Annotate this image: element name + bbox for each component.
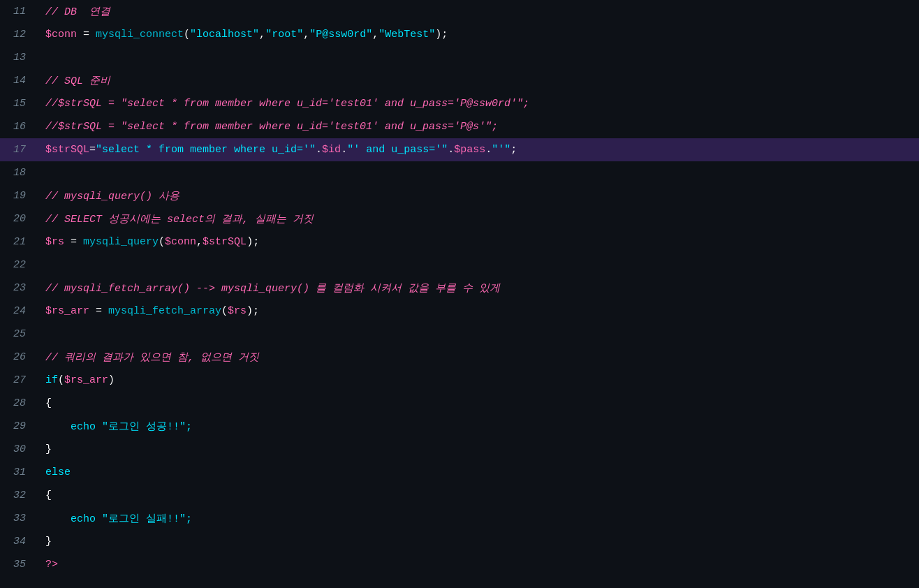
line-content: // SELECT 성공시에는 select의 결과, 실패는 거짓: [38, 212, 919, 226]
comment-token: // 쿼리의 결과가 있으면 참, 없으면 거짓: [45, 352, 259, 364]
comment-token: // SELECT 성공시에는 select의 결과, 실패는 거짓: [45, 214, 314, 226]
code-line-13: 13: [0, 46, 919, 69]
line-content: echo "로그인 성공!!";: [38, 420, 919, 433]
keyword-token: echo: [71, 513, 96, 525]
line-content: // mysqli_fetch_array() --> mysqli_query…: [38, 281, 919, 295]
indent-token: [45, 421, 71, 433]
code-line-12: 12$conn = mysqli_connect("localhost","ro…: [0, 23, 919, 46]
code-line-21: 21$rs = mysqli_query($conn,$strSQL);: [0, 230, 919, 253]
operator-token: ): [108, 374, 115, 386]
line-number: 12: [0, 29, 38, 41]
line-content: }: [38, 536, 919, 547]
line-number: 21: [0, 236, 38, 248]
code-line-29: 29 echo "로그인 성공!!";: [0, 415, 919, 438]
line-number: 22: [0, 259, 38, 271]
code-line-15: 15//$strSQL = "select * from member wher…: [0, 92, 919, 115]
line-number: 18: [0, 167, 38, 179]
comment-token: // mysqli_fetch_array() --> mysqli_query…: [45, 283, 500, 295]
code-editor: 11// DB 연결12$conn = mysqli_connect("loca…: [0, 0, 919, 588]
code-line-31: 31else: [0, 461, 919, 484]
code-line-16: 16//$strSQL = "select * from member wher…: [0, 115, 919, 138]
string-token: "select * from member where u_id='": [96, 144, 316, 156]
var-token: $conn: [165, 236, 196, 248]
string-token: "'": [492, 144, 510, 156]
operator-token: =: [64, 236, 83, 248]
code-line-14: 14// SQL 준비: [0, 69, 919, 92]
indent-token: [45, 513, 71, 525]
operator-token: {: [45, 490, 52, 501]
line-number: 11: [0, 6, 38, 17]
var-token: $id: [322, 144, 341, 156]
keyword-token: if: [45, 374, 58, 386]
operator-token: );: [247, 236, 259, 248]
code-line-25: 25: [0, 323, 919, 346]
operator-token: }: [45, 536, 52, 547]
operator-token: ,: [259, 29, 265, 41]
operator-token: ;: [510, 144, 517, 156]
line-number: 30: [0, 443, 38, 455]
line-number: 31: [0, 466, 38, 478]
operator-token: ,: [196, 236, 203, 248]
line-number: 20: [0, 213, 38, 225]
line-number: 17: [0, 144, 38, 156]
line-content: echo "로그인 실패!!";: [38, 512, 919, 525]
line-number: 23: [0, 282, 38, 294]
operator-token: {: [45, 397, 52, 409]
code-line-19: 19// mysqli_query() 사용: [0, 184, 919, 207]
string-token: "localhost": [190, 29, 259, 41]
line-number: 32: [0, 490, 38, 501]
code-line-34: 34}: [0, 530, 919, 553]
operator-token: );: [247, 305, 259, 317]
operator-token: }: [45, 443, 52, 455]
keyword-token: echo: [71, 421, 96, 433]
operator-token: );: [435, 29, 448, 41]
line-number: 35: [0, 559, 38, 571]
line-number: 34: [0, 536, 38, 547]
line-content: }: [38, 443, 919, 455]
string-token: "P@ssw0rd": [309, 29, 372, 41]
line-content: $conn = mysqli_connect("localhost","root…: [38, 29, 919, 41]
string-token: "root": [265, 29, 303, 41]
comment-token: //$strSQL = "select * from member where …: [45, 98, 529, 110]
line-content: // mysqli_query() 사용: [38, 189, 919, 203]
line-number: 27: [0, 374, 38, 386]
var-token: $rs_arr: [64, 374, 108, 386]
code-line-30: 30}: [0, 438, 919, 461]
string-token: "로그인 성공!!";: [102, 421, 192, 433]
comment-token: // mysqli_query() 사용: [45, 191, 179, 203]
line-number: 13: [0, 52, 38, 64]
code-line-35: 35?>: [0, 553, 919, 576]
string-token: "WebTest": [378, 29, 435, 41]
code-line-27: 27if($rs_arr): [0, 369, 919, 392]
operator-token: (: [184, 29, 190, 41]
string-token: "' and u_pass='": [347, 144, 448, 156]
operator-token: =: [89, 305, 108, 317]
comment-token: // SQL 준비: [45, 75, 110, 87]
comment-token: //$strSQL = "select * from member where …: [45, 121, 498, 133]
code-line-24: 24$rs_arr = mysqli_fetch_array($rs);: [0, 300, 919, 323]
line-number: 19: [0, 190, 38, 202]
line-number: 16: [0, 121, 38, 133]
var-token: $strSQL: [203, 236, 247, 248]
line-content: if($rs_arr): [38, 374, 919, 386]
line-content: $rs_arr = mysqli_fetch_array($rs);: [38, 305, 919, 317]
code-line-33: 33 echo "로그인 실패!!";: [0, 507, 919, 530]
code-line-20: 20// SELECT 성공시에는 select의 결과, 실패는 거짓: [0, 207, 919, 230]
var-token: $pass: [454, 144, 485, 156]
line-content: ?>: [38, 559, 919, 571]
line-content: //$strSQL = "select * from member where …: [38, 121, 919, 133]
var-token: $rs: [228, 305, 247, 317]
line-content: // DB 연결: [38, 5, 919, 18]
code-line-22: 22: [0, 253, 919, 277]
var-token: $strSQL: [45, 144, 89, 156]
keyword-token: else: [45, 466, 71, 478]
operator-token: .: [485, 144, 492, 156]
line-number: 29: [0, 420, 38, 432]
comment-token: // DB 연결: [45, 6, 110, 18]
code-line-32: 32{: [0, 484, 919, 507]
line-number: 28: [0, 397, 38, 409]
operator-token: .: [448, 144, 454, 156]
operator-token: ,: [372, 29, 378, 41]
operator-token: (: [58, 374, 64, 386]
code-line-23: 23// mysqli_fetch_array() --> mysqli_que…: [0, 277, 919, 300]
